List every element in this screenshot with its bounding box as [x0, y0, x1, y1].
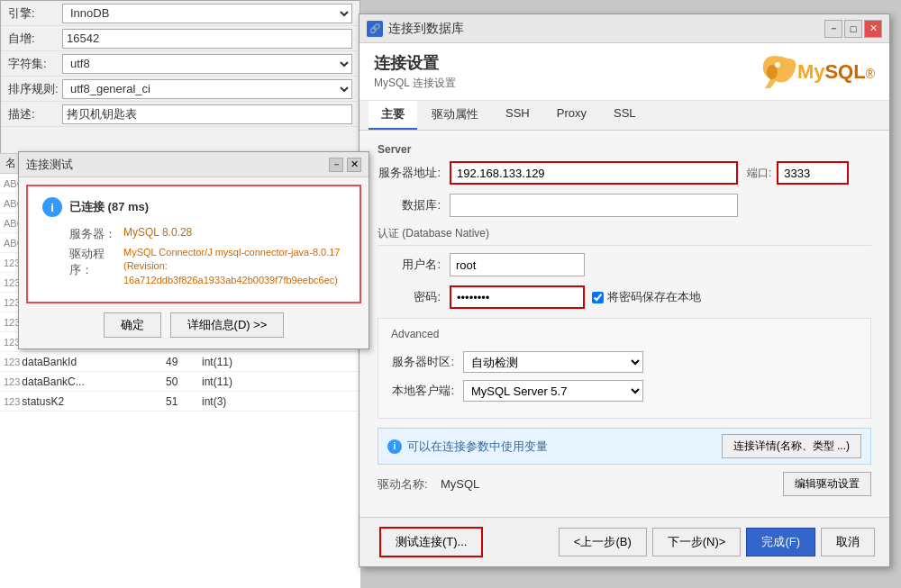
info-bar-icon: i — [387, 439, 402, 454]
driver-detail-label: 驱动程序： — [69, 246, 123, 287]
info-bar-text: 可以在连接参数中使用变量 — [407, 439, 548, 455]
autoincrement-label: 自增: — [8, 31, 62, 47]
username-row: 用户名: — [378, 253, 871, 276]
info-bar: i 可以在连接参数中使用变量 连接详情(名称、类型 ...) — [378, 428, 871, 465]
conn-test-close-button[interactable]: ✕ — [347, 158, 361, 172]
driver-name-value: MySQL — [441, 477, 479, 491]
server-addr-label: 服务器地址: — [378, 165, 441, 181]
db-row: 数据库: — [378, 194, 871, 217]
password-label: 密码: — [378, 289, 441, 305]
charset-select[interactable]: utf8 — [62, 54, 352, 74]
connected-line: i 已连接 (87 ms) — [42, 197, 345, 217]
mysql-logo: MySQL® — [752, 54, 875, 90]
description-input[interactable] — [62, 104, 352, 124]
main-dialog-titlebar: 🔗 连接到数据库 － □ ✕ — [359, 14, 889, 43]
advanced-label: Advanced — [391, 328, 858, 344]
tab-ssl[interactable]: SSL — [601, 101, 649, 130]
main-maximize-button[interactable]: □ — [844, 20, 862, 38]
server-detail-label: 服务器： — [69, 226, 123, 242]
driver-detail-row: 驱动程序： MySQL Connector/J mysql-connector-… — [69, 246, 345, 287]
server-addr-input[interactable] — [450, 161, 738, 185]
edit-driver-button[interactable]: 编辑驱动设置 — [783, 472, 871, 496]
conn-test-content: i 已连接 (87 ms) 服务器： MySQL 8.0.28 驱动程序： My… — [26, 185, 361, 303]
server-addr-row: 服务器地址: 端口: — [378, 161, 871, 185]
collation-row: 排序规则: utf8_general_ci — [1, 77, 359, 102]
collation-label: 排序规则: — [8, 81, 62, 97]
main-close-button[interactable]: ✕ — [864, 20, 882, 38]
table-row[interactable]: 123statusK251int(3) — [0, 392, 360, 412]
engine-select[interactable]: InnoDB — [62, 4, 352, 23]
dialog-footer: 测试连接(T)... <上一步(B) 下一步(N)> 完成(F) 取消 — [359, 517, 889, 566]
header-text-area: 连接设置 MySQL 连接设置 — [374, 52, 456, 91]
conn-test-details: 服务器： MySQL 8.0.28 驱动程序： MySQL Connector/… — [69, 226, 345, 287]
header-title: 连接设置 — [374, 52, 456, 74]
server-section-label: Server — [378, 143, 871, 156]
next-button[interactable]: 下一步(N)> — [652, 528, 742, 556]
save-password-text: 将密码保存在本地 — [607, 289, 701, 305]
conn-test-buttons: 确定 详细信息(D) >> — [19, 312, 369, 338]
tab-driver-props[interactable]: 驱动属性 — [419, 101, 491, 130]
prev-button[interactable]: <上一步(B) — [559, 528, 647, 556]
charset-label: 字符集: — [8, 56, 62, 72]
conn-test-titlebar: 连接测试 － ✕ — [19, 152, 369, 177]
dialog-icon: 🔗 — [367, 21, 383, 37]
connection-test-dialog: 连接测试 － ✕ i 已连接 (87 ms) 服务器： MySQL 8.0.28… — [18, 151, 369, 349]
username-label: 用户名: — [378, 257, 441, 273]
engine-label: 引擎: — [8, 5, 62, 22]
main-connection-dialog: 🔗 连接到数据库 － □ ✕ 连接设置 MySQL 连接设置 MySQL® 主要… — [359, 14, 890, 567]
username-input[interactable] — [450, 253, 585, 276]
table-row[interactable]: 123dataBankC...50int(11) — [0, 372, 360, 392]
driver-detail-value: MySQL Connector/J mysql-connector-java-8… — [123, 246, 340, 287]
test-connection-button[interactable]: 测试连接(T)... — [379, 527, 483, 557]
conn-test-win-buttons: － ✕ — [329, 158, 361, 172]
tab-ssh[interactable]: SSH — [493, 101, 542, 130]
autoincrement-input[interactable] — [62, 29, 352, 49]
conn-test-title: 连接测试 — [26, 157, 73, 173]
timezone-row: 服务器时区: 自动检测 — [391, 351, 858, 373]
collation-select[interactable]: utf8_general_ci — [62, 79, 352, 99]
description-row: 描述: — [1, 102, 359, 127]
server-detail-row: 服务器： MySQL 8.0.28 — [69, 226, 345, 242]
cancel-button[interactable]: 取消 — [821, 528, 875, 556]
engine-row: 引擎: InnoDB — [1, 1, 359, 26]
charset-row: 字符集: utf8 — [1, 51, 359, 77]
description-label: 描述: — [8, 106, 62, 122]
connected-text: 已连接 (87 ms) — [69, 199, 149, 215]
port-label: 端口: — [747, 166, 771, 181]
advanced-section: Advanced 服务器时区: 自动检测 本地客户端: MySQL Server… — [378, 318, 871, 419]
conn-test-ok-button[interactable]: 确定 — [104, 312, 161, 338]
timezone-select[interactable]: 自动检测 — [463, 351, 643, 373]
port-input[interactable] — [777, 161, 849, 185]
tabs-bar: 主要 驱动属性 SSH Proxy SSL — [359, 101, 889, 131]
svg-point-1 — [775, 62, 780, 68]
table-row[interactable]: 123dataBankId49int(11) — [0, 352, 360, 372]
main-dialog-title: 连接到数据库 — [388, 21, 824, 37]
timezone-label: 服务器时区: — [391, 354, 454, 370]
client-select[interactable]: MySQL Server 5.7 — [463, 380, 643, 402]
client-label: 本地客户端: — [391, 383, 454, 399]
conn-detail-button[interactable]: 连接详情(名称、类型 ...) — [722, 434, 861, 458]
save-password-label: 将密码保存在本地 — [592, 289, 701, 305]
client-row: 本地客户端: MySQL Server 5.7 — [391, 380, 858, 402]
save-password-checkbox[interactable] — [592, 292, 604, 303]
driver-row: 驱动名称: MySQL 编辑驱动设置 — [378, 472, 871, 496]
server-detail-value: MySQL 8.0.28 — [123, 226, 192, 242]
db-label: 数据库: — [378, 197, 441, 213]
finish-button[interactable]: 完成(F) — [746, 528, 815, 556]
driver-row-label: 驱动名称: — [378, 476, 441, 493]
conn-test-detail-button[interactable]: 详细信息(D) >> — [170, 312, 285, 338]
tab-main[interactable]: 主要 — [369, 101, 417, 130]
autoincrement-row: 自增: — [1, 26, 359, 51]
info-icon: i — [42, 197, 62, 217]
conn-test-minimize-button[interactable]: － — [329, 158, 343, 172]
tab-proxy[interactable]: Proxy — [544, 101, 599, 130]
header-subtitle: MySQL 连接设置 — [374, 76, 456, 91]
auth-section-label: 认证 (Database Native) — [378, 226, 871, 246]
main-minimize-button[interactable]: － — [824, 20, 842, 38]
form-area: Server 服务器地址: 端口: 数据库: 认证 (Database Nati… — [359, 131, 889, 516]
main-dialog-header: 连接设置 MySQL 连接设置 MySQL® — [359, 43, 889, 101]
password-row: 密码: 将密码保存在本地 — [378, 285, 871, 309]
db-input[interactable] — [450, 194, 738, 217]
password-input[interactable] — [450, 285, 585, 309]
main-win-buttons: － □ ✕ — [824, 20, 882, 38]
